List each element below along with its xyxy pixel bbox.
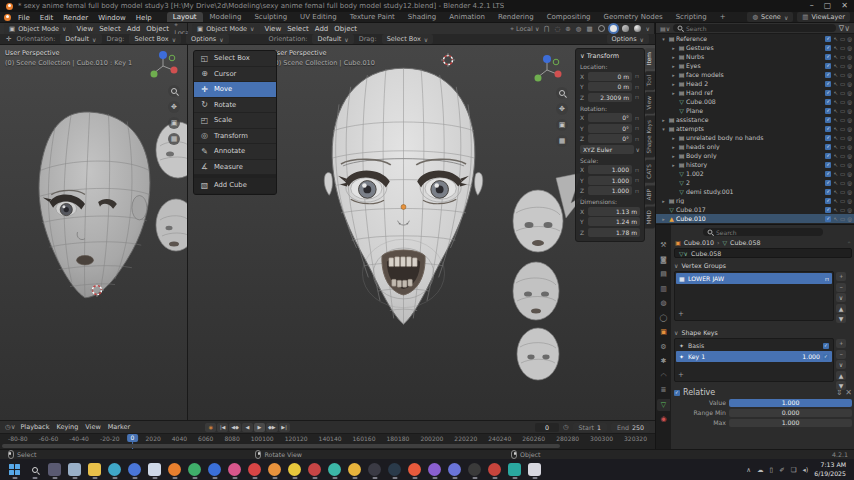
expand-caret-icon[interactable]: ▸ xyxy=(670,162,677,168)
add-shape-key-button[interactable]: ＋ xyxy=(836,339,846,348)
timeline-menu-item[interactable]: Marker xyxy=(107,423,131,431)
current-frame-indicator[interactable]: 40 xyxy=(179,435,187,442)
disable-render-icon[interactable]: ◎ xyxy=(847,144,852,150)
properties-tab[interactable]: ▤ xyxy=(657,268,670,280)
selectable-icon[interactable]: ↖ xyxy=(833,63,838,69)
hide-viewport-icon[interactable]: ▭ xyxy=(840,135,845,141)
disable-render-icon[interactable]: ◎ xyxy=(847,207,852,213)
current-frame-indicator[interactable]: 260 xyxy=(534,435,545,442)
exclude-checkbox[interactable]: ✓ xyxy=(825,180,831,186)
selectable-icon[interactable]: ↖ xyxy=(833,180,838,186)
frame-end-field[interactable]: End250 xyxy=(611,423,650,432)
expand-caret-icon[interactable]: ▸ xyxy=(670,144,677,150)
current-frame-indicator[interactable]: 240 xyxy=(500,435,511,442)
hide-viewport-icon[interactable]: ▭ xyxy=(840,171,845,177)
selectable-icon[interactable]: ↖ xyxy=(833,135,838,141)
exclude-checkbox[interactable]: ✓ xyxy=(825,207,831,213)
taskbar-app-icon[interactable] xyxy=(408,463,421,476)
exclude-checkbox[interactable]: ✓ xyxy=(825,54,831,60)
exclude-checkbox[interactable]: ✓ xyxy=(825,153,831,159)
outliner-row[interactable]: ▸ ▤ Body only ✓ ↖ ▭ ◎ xyxy=(656,151,854,160)
close-button[interactable]: ✕ xyxy=(841,2,848,10)
properties-search-input[interactable]: Search xyxy=(703,228,823,236)
expand-caret-icon[interactable]: ▸ xyxy=(670,81,677,87)
taskbar-app-icon[interactable] xyxy=(508,463,521,476)
mode-dropdown-vp2[interactable]: ▣ Object Mode∨ xyxy=(192,24,260,34)
taskbar-app-icon[interactable] xyxy=(448,463,461,476)
selectable-icon[interactable]: ↖ xyxy=(833,54,838,60)
remove-vertex-group-button[interactable]: － xyxy=(836,283,846,292)
next-keyframe-button[interactable]: ◆▶ xyxy=(266,423,278,432)
disable-render-icon[interactable]: ◎ xyxy=(847,81,852,87)
taskbar-app-icon[interactable] xyxy=(168,463,181,476)
outliner-row[interactable]: ▾ ▤ attempts ✓ ↖ ▭ ◎ xyxy=(656,124,854,133)
hide-viewport-icon[interactable]: ▭ xyxy=(840,117,845,123)
disable-render-icon[interactable]: ◎ xyxy=(847,90,852,96)
current-frame-indicator[interactable]: 280 xyxy=(568,435,579,442)
lock-icon[interactable]: ⊓ xyxy=(634,94,640,100)
outliner-row[interactable]: ▸ ▤ Hand ref ✓ ↖ ▭ ◎ xyxy=(656,88,854,97)
viewlayer-selector[interactable]: ▥ ViewLayer xyxy=(797,12,850,22)
expand-caret-icon[interactable]: ▸ xyxy=(670,135,677,141)
properties-tab[interactable]: ◉ xyxy=(657,413,670,425)
app-menu-item[interactable]: Edit xyxy=(35,13,59,23)
rotation-value-field[interactable]: 0° xyxy=(588,113,632,122)
auto-key-button[interactable]: ◉ xyxy=(205,423,216,432)
outliner-row[interactable]: ▸ ▤ unrelated body no hands ✓ ↖ ▭ ◎ xyxy=(656,133,854,142)
scale-value-field[interactable]: 1.000 xyxy=(588,176,632,185)
taskbar-app-icon[interactable] xyxy=(88,463,101,476)
add-vertex-group-button[interactable]: ＋ xyxy=(836,272,846,281)
current-frame-indicator[interactable]: 160 xyxy=(364,435,375,442)
hide-viewport-icon[interactable]: ▭ xyxy=(840,72,845,78)
lock-icon[interactable]: ⊓ xyxy=(634,177,640,183)
drag-dropdown-2[interactable]: Select Box∨ xyxy=(382,34,434,44)
disable-render-icon[interactable]: ◎ xyxy=(847,216,852,222)
drag-dropdown[interactable]: Select Box∨ xyxy=(129,34,181,44)
frame-start-field[interactable]: Start1 xyxy=(573,423,607,432)
shape-keys-header[interactable]: ∨Shape Keys xyxy=(674,329,852,336)
outliner-row[interactable]: ▸ ▤ heads only ✓ ↖ ▭ ◎ xyxy=(656,142,854,151)
tool-menu-item[interactable]: ◎ Transform xyxy=(194,129,276,145)
taskbar-app-icon[interactable] xyxy=(368,463,381,476)
taskbar-search-icon[interactable] xyxy=(28,463,41,476)
disable-render-icon[interactable]: ◎ xyxy=(847,135,852,141)
tool-menu-item[interactable]: ↻ Rotate xyxy=(194,98,276,114)
current-frame-indicator[interactable]: -60 xyxy=(48,435,58,442)
vertex-group-specials-button[interactable]: ∨ xyxy=(836,293,846,302)
selectable-icon[interactable]: ↖ xyxy=(833,45,838,51)
expand-caret-icon[interactable]: ▸ xyxy=(660,198,667,204)
workspace-tab[interactable]: Scripting xyxy=(670,12,713,22)
exclude-checkbox[interactable]: ✓ xyxy=(825,144,831,150)
exclude-checkbox[interactable]: ✓ xyxy=(825,36,831,42)
prev-keyframe-button[interactable]: ◀◆ xyxy=(229,423,241,432)
add-shape-key-inline[interactable]: + xyxy=(678,371,684,379)
taskbar-app-icon[interactable] xyxy=(468,463,481,476)
disable-render-icon[interactable]: ◎ xyxy=(847,198,852,204)
lock-icon[interactable]: ⊓ xyxy=(634,136,640,142)
disable-render-icon[interactable]: ◎ xyxy=(847,99,852,105)
jump-to-start-button[interactable]: |◀ xyxy=(217,423,228,432)
shading-solid-icon[interactable] xyxy=(610,25,617,32)
vp-menu-item[interactable]: Select xyxy=(286,25,310,33)
current-frame-indicator[interactable]: 180 xyxy=(398,435,409,442)
outliner-row[interactable]: ▸ ▤ face models ✓ ↖ ▭ ◎ xyxy=(656,70,854,79)
breadcrumb-object[interactable]: Cube.010 xyxy=(684,239,714,246)
current-frame-indicator[interactable]: -20 xyxy=(110,435,120,442)
hide-viewport-icon[interactable]: ▭ xyxy=(840,63,845,69)
lock-icon[interactable]: ⊓ xyxy=(634,125,640,131)
xray-toggle-icon[interactable]: ▩ xyxy=(586,25,592,33)
hide-viewport-icon[interactable]: ▭ xyxy=(840,108,845,114)
properties-tab[interactable]: ▣ xyxy=(657,326,670,338)
range-min-field[interactable]: 0.000 xyxy=(729,409,852,418)
shape-key-specials-button[interactable]: ∨ xyxy=(836,360,846,369)
exclude-checkbox[interactable]: ✓ xyxy=(825,90,831,96)
viewport-1[interactable]: User Perspective (0) Scene Collection | … xyxy=(0,45,188,420)
selectable-icon[interactable]: ↖ xyxy=(833,198,838,204)
outliner-row[interactable]: ▽ Cube.017 ✓ ↖ ▭ ◎ xyxy=(656,205,854,214)
selectable-icon[interactable]: ↖ xyxy=(833,108,838,114)
hide-viewport-icon[interactable]: ▭ xyxy=(840,189,845,195)
exclude-checkbox[interactable]: ✓ xyxy=(825,81,831,87)
selectable-icon[interactable]: ↖ xyxy=(833,144,838,150)
shape-key-enable-checkbox[interactable]: ✓ xyxy=(823,343,829,349)
taskbar-app-icon[interactable] xyxy=(108,463,121,476)
